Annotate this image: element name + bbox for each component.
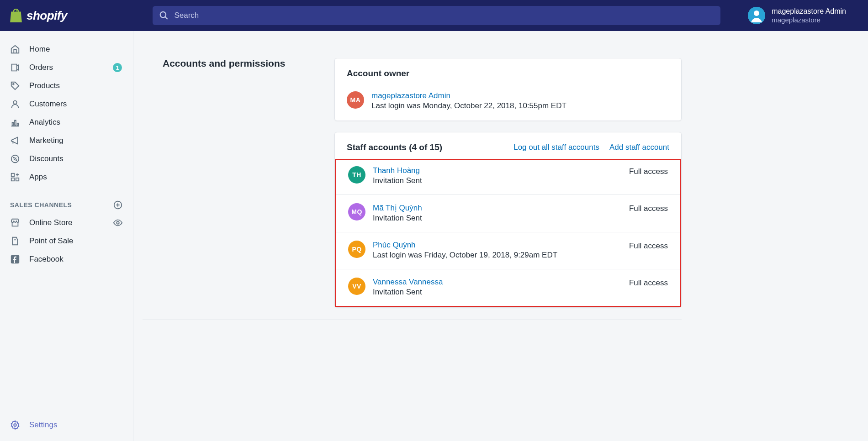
settings-link[interactable]: Settings xyxy=(10,420,123,430)
svg-point-0 xyxy=(160,12,166,17)
search-input[interactable] xyxy=(174,11,714,20)
top-bar: shopify mageplazastore Admin mageplazast… xyxy=(0,0,868,31)
sidebar-item-apps[interactable]: Apps xyxy=(0,168,133,186)
sidebar-item-label: Analytics xyxy=(29,118,123,127)
user-avatar xyxy=(748,7,765,24)
sidebar-section-sales-channels: SALES CHANNELS xyxy=(0,186,133,214)
staff-avatar: MQ xyxy=(348,203,365,220)
sidebar-item-home[interactable]: Home xyxy=(0,40,133,58)
svg-rect-12 xyxy=(11,173,14,176)
staff-accounts-card: Staff accounts (4 of 15) Log out all sta… xyxy=(334,132,682,308)
main-content: Accounts and permissions Account owner M… xyxy=(133,31,868,441)
sidebar-item-discounts[interactable]: Discounts xyxy=(0,150,133,168)
staff-name-link[interactable]: Phúc Quỳnh xyxy=(373,241,622,250)
add-channel-button[interactable] xyxy=(113,200,123,210)
account-owner-title: Account owner xyxy=(347,68,409,79)
sidebar-item-point-of-sale[interactable]: Point of Sale xyxy=(0,232,133,250)
user-info: mageplazastore Admin mageplazastore xyxy=(772,7,846,25)
sidebar-item-label: Orders xyxy=(29,63,104,72)
sidebar-item-online-store[interactable]: Online Store xyxy=(0,214,133,232)
sidebar: Home Orders 1 Products Customers A xyxy=(0,31,133,441)
sidebar-item-label: Customers xyxy=(29,100,123,109)
staff-avatar: TH xyxy=(348,166,365,184)
sidebar-item-orders[interactable]: Orders 1 xyxy=(0,58,133,77)
apps-icon xyxy=(10,172,20,182)
section-title: Accounts and permissions xyxy=(163,58,316,69)
staff-row: VV Vannessa Vannessa Invitation Sent Ful… xyxy=(336,269,680,306)
sidebar-item-label: Point of Sale xyxy=(29,236,123,246)
products-icon xyxy=(10,81,20,91)
staff-status: Last login was Friday, October 19, 2018,… xyxy=(373,251,622,260)
shopify-logo[interactable]: shopify xyxy=(0,9,133,23)
sidebar-item-label: Marketing xyxy=(29,136,123,145)
user-menu[interactable]: mageplazastore Admin mageplazastore xyxy=(740,7,868,25)
svg-rect-6 xyxy=(12,122,14,125)
orders-icon xyxy=(10,63,20,73)
pos-icon xyxy=(10,236,20,246)
shopify-wordmark: shopify xyxy=(26,9,67,23)
sidebar-nav: Home Orders 1 Products Customers A xyxy=(0,31,133,412)
customers-icon xyxy=(10,99,20,109)
account-owner-row: MA mageplazastore Admin Last login was M… xyxy=(335,85,681,121)
sidebar-item-facebook[interactable]: Facebook xyxy=(0,250,133,268)
account-owner-card: Account owner MA mageplazastore Admin La… xyxy=(334,58,682,121)
add-staff-link[interactable]: Add staff account xyxy=(609,143,669,152)
svg-rect-7 xyxy=(15,120,16,125)
settings-icon xyxy=(10,420,20,430)
page-top-divider xyxy=(143,45,682,45)
svg-rect-8 xyxy=(17,123,19,126)
staff-name-link[interactable]: Vannessa Vannessa xyxy=(373,278,622,287)
sidebar-item-label: Discounts xyxy=(29,154,123,163)
svg-point-18 xyxy=(14,424,16,426)
sidebar-item-analytics[interactable]: Analytics xyxy=(0,113,133,131)
owner-last-login: Last login was Monday, October 22, 2018,… xyxy=(371,101,669,110)
staff-row: MQ Mã Thị Quỳnh Invitation Sent Full acc… xyxy=(336,194,680,232)
marketing-icon xyxy=(10,136,20,146)
svg-point-11 xyxy=(16,160,17,161)
view-store-icon[interactable] xyxy=(113,218,123,228)
sidebar-item-label: Apps xyxy=(29,173,123,182)
user-name: mageplazastore Admin xyxy=(772,7,846,16)
staff-access-level: Full access xyxy=(629,203,668,213)
analytics-icon xyxy=(10,117,20,127)
search-bar[interactable] xyxy=(153,6,720,25)
staff-accounts-title: Staff accounts (4 of 15) xyxy=(347,142,442,152)
user-store: mageplazastore xyxy=(772,16,846,24)
staff-access-level: Full access xyxy=(629,166,668,176)
sidebar-item-label: Home xyxy=(29,45,123,54)
svg-line-1 xyxy=(165,17,167,19)
settings-label: Settings xyxy=(29,420,57,430)
svg-point-3 xyxy=(754,10,759,16)
sidebar-item-customers[interactable]: Customers xyxy=(0,95,133,113)
staff-list-highlighted: TH Thanh Hoàng Invitation Sent Full acce… xyxy=(335,159,681,307)
logout-all-link[interactable]: Log out all staff accounts xyxy=(513,143,599,152)
svg-rect-13 xyxy=(16,178,19,181)
owner-name-link[interactable]: mageplazastore Admin xyxy=(371,91,669,100)
home-icon xyxy=(10,44,20,54)
staff-name-link[interactable]: Thanh Hoàng xyxy=(373,166,622,175)
svg-point-5 xyxy=(13,101,16,104)
owner-avatar: MA xyxy=(347,91,364,109)
staff-status: Invitation Sent xyxy=(373,214,622,223)
search-icon xyxy=(159,10,169,21)
discounts-icon xyxy=(10,154,20,164)
staff-access-level: Full access xyxy=(629,241,668,251)
avatar-icon xyxy=(748,7,765,24)
sidebar-section-label: SALES CHANNELS xyxy=(10,201,72,209)
sidebar-item-marketing[interactable]: Marketing xyxy=(0,131,133,150)
orders-badge: 1 xyxy=(113,63,122,72)
staff-row: PQ Phúc Quỳnh Last login was Friday, Oct… xyxy=(336,232,680,269)
staff-avatar: PQ xyxy=(348,241,365,258)
sidebar-item-label: Online Store xyxy=(29,218,104,227)
svg-point-4 xyxy=(13,84,14,85)
page-bottom-divider xyxy=(143,320,682,320)
facebook-icon xyxy=(10,254,20,264)
svg-point-10 xyxy=(13,157,14,158)
staff-avatar: VV xyxy=(348,278,365,295)
staff-row: TH Thanh Hoàng Invitation Sent Full acce… xyxy=(336,159,680,194)
sidebar-item-label: Facebook xyxy=(29,255,123,264)
staff-name-link[interactable]: Mã Thị Quỳnh xyxy=(373,203,622,213)
online-store-icon xyxy=(10,218,20,228)
sidebar-item-products[interactable]: Products xyxy=(0,77,133,95)
staff-status: Invitation Sent xyxy=(373,176,622,185)
